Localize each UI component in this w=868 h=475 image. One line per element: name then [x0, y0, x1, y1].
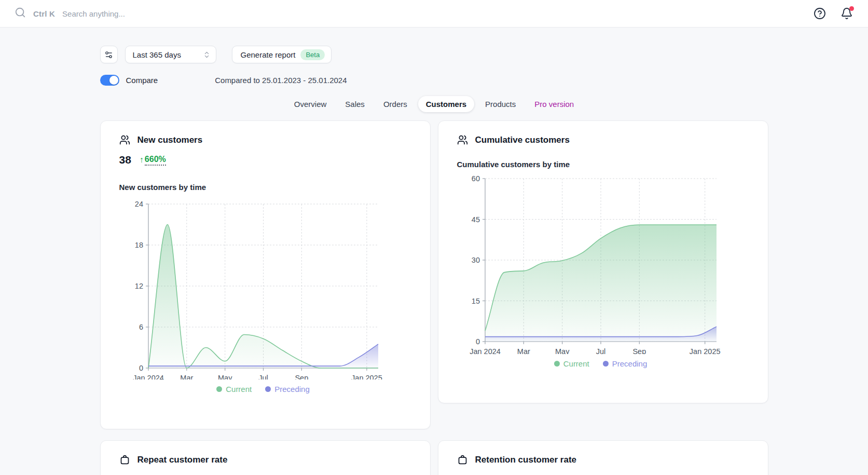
legend-current[interactable]: Current [216, 385, 252, 393]
users-icon [119, 134, 130, 145]
svg-text:18: 18 [134, 241, 143, 249]
compare-toggle[interactable] [100, 75, 119, 86]
topbar: Ctrl K Search anything... [0, 0, 868, 28]
section-tabs: Overview Sales Orders Customers Products… [100, 96, 768, 112]
tab-overview[interactable]: Overview [286, 96, 335, 112]
svg-text:Jan 2025: Jan 2025 [689, 347, 720, 354]
help-icon [814, 7, 826, 20]
arrow-up-icon: ↑ [140, 155, 144, 165]
toggle-knob [109, 76, 118, 85]
svg-text:6: 6 [139, 323, 143, 331]
search-icon [15, 7, 26, 20]
users-icon [457, 134, 468, 145]
legend-preceding[interactable]: Preceding [603, 359, 647, 368]
generate-report-button[interactable]: Generate report Beta [232, 46, 332, 63]
svg-text:30: 30 [471, 256, 479, 264]
chart-legend: Current Preceding [485, 359, 717, 368]
tab-products[interactable]: Products [477, 96, 523, 112]
tab-pro-version[interactable]: Pro version [527, 96, 582, 112]
svg-text:Jul: Jul [258, 374, 268, 379]
bag-icon [119, 454, 130, 465]
retention-customer-rate-card: Retention customer rate 75% ↑ [438, 440, 768, 475]
svg-text:60: 60 [471, 174, 479, 183]
svg-text:Mar: Mar [517, 347, 530, 354]
card-title: Retention customer rate [475, 455, 577, 465]
purple-dot-icon [265, 386, 271, 392]
svg-text:Jul: Jul [596, 347, 605, 354]
svg-text:45: 45 [471, 215, 479, 224]
svg-text:12: 12 [134, 282, 143, 290]
search-shortcut: Ctrl K [33, 9, 55, 18]
svg-text:0: 0 [139, 364, 143, 372]
purple-dot-icon [603, 361, 609, 367]
cumulative-customers-card: Cumulative customers Cumulative customer… [438, 120, 768, 403]
chevrons-up-down-icon [203, 51, 211, 59]
analytics-page: Last 365 days Generate report Beta Compa… [100, 46, 768, 475]
green-dot-icon [216, 386, 222, 392]
beta-badge: Beta [300, 49, 325, 60]
svg-text:May: May [217, 374, 232, 379]
svg-text:Jan 2024: Jan 2024 [133, 374, 164, 379]
cards-grid: New customers 38 ↑660% New customers by … [100, 120, 768, 475]
search-placeholder: Search anything... [62, 9, 125, 18]
chart-title: New customers by time [119, 183, 411, 192]
compare-label: Compare [126, 76, 158, 85]
help-button[interactable] [813, 7, 826, 20]
notification-dot [849, 6, 854, 11]
chart-legend: Current Preceding [148, 385, 378, 393]
repeat-customer-rate-card: Repeat customer rate 18% ↓ [100, 440, 431, 475]
svg-text:Sep: Sep [295, 374, 308, 379]
svg-text:24: 24 [134, 200, 143, 208]
compared-to-text: Compared to 25.01.2023 - 25.01.2024 [215, 76, 347, 85]
svg-text:Jan 2025: Jan 2025 [351, 374, 382, 379]
svg-text:Sep: Sep [632, 347, 646, 354]
tab-sales[interactable]: Sales [337, 96, 373, 112]
generate-report-label: Generate report [241, 50, 296, 59]
new-customers-value: 38 [119, 154, 131, 166]
card-title: Cumulative customers [475, 135, 570, 145]
search-input[interactable]: Ctrl K Search anything... [15, 7, 813, 20]
repeat-rate-value: 18% [119, 472, 141, 475]
card-title: New customers [137, 135, 203, 145]
svg-text:15: 15 [471, 297, 479, 305]
date-range-value: Last 365 days [133, 50, 181, 59]
svg-text:0: 0 [475, 337, 479, 346]
tab-orders[interactable]: Orders [376, 96, 415, 112]
new-customers-card: New customers 38 ↑660% New customers by … [100, 120, 431, 429]
compare-row: Compare Compared to 25.01.2023 - 25.01.2… [100, 75, 768, 86]
svg-text:Jan 2024: Jan 2024 [470, 347, 501, 354]
svg-text:Mar: Mar [180, 374, 193, 379]
date-range-select[interactable]: Last 365 days [125, 46, 216, 63]
new-customers-change[interactable]: ↑660% [140, 155, 166, 166]
bag-icon [457, 454, 468, 465]
tab-customers[interactable]: Customers [418, 96, 474, 112]
legend-preceding[interactable]: Preceding [265, 385, 310, 393]
green-dot-icon [554, 361, 560, 367]
card-title: Repeat customer rate [137, 455, 228, 465]
legend-current[interactable]: Current [554, 359, 589, 368]
chart-title: Cumulative customers by time [457, 160, 749, 169]
retention-rate-value: 75% [457, 472, 479, 475]
filter-settings-button[interactable] [100, 46, 118, 63]
sliders-icon [104, 50, 113, 59]
notifications-button[interactable] [840, 7, 853, 20]
new-customers-chart[interactable]: 06121824Jan 2024MarMayJulSepJan 2025 [119, 197, 389, 379]
svg-text:May: May [555, 347, 569, 354]
cumulative-customers-chart[interactable]: 015304560Jan 2024MarMayJulSepJan 2025 [457, 171, 727, 354]
filter-row: Last 365 days Generate report Beta [100, 46, 768, 63]
